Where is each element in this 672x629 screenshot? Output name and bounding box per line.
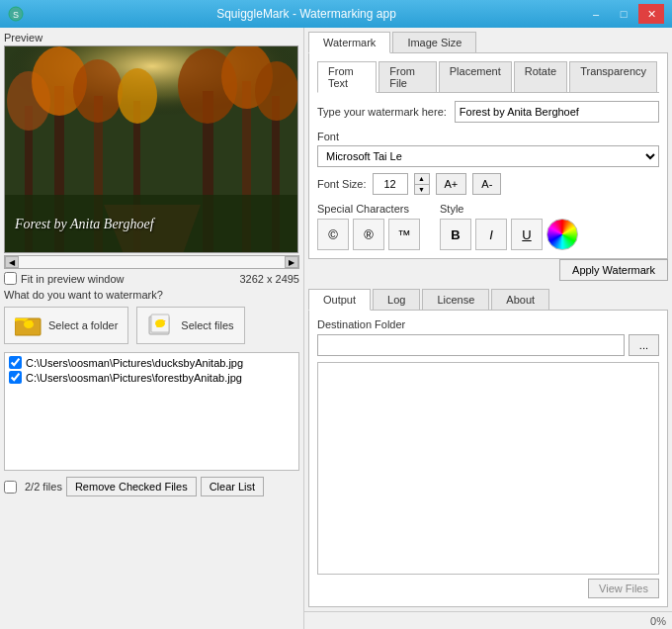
select-folder-label: Select a folder [48,319,118,331]
files-count: 2/2 files [25,481,62,493]
scroll-right-arrow[interactable]: ▶ [285,256,298,268]
font-size-label: Font Size: [317,178,367,190]
font-size-row: Font Size: ▲ ▼ A+ A- [317,173,659,195]
svg-point-17 [255,61,298,121]
svg-point-13 [73,59,123,123]
font-label: Font [317,131,659,142]
view-files-button[interactable]: View Files [588,579,659,598]
font-select[interactable]: Microsoft Tai Le Arial Times New Roman G… [317,145,659,167]
tab-image-size[interactable]: Image Size [392,32,476,52]
svg-point-29 [156,325,160,327]
maximize-button[interactable]: □ [611,4,636,24]
inner-tab-transparency[interactable]: Transparency [569,61,657,92]
right-panel-wrapper: Watermark Image Size From Text From File… [304,28,672,629]
svg-point-27 [160,319,164,323]
status-bar: 0% [304,611,672,629]
special-chars-label: Special Characters [317,203,420,215]
watermark-tab-content: From Text From File Placement Rotate Tra… [308,53,668,259]
font-size-input[interactable] [373,173,408,195]
watermark-input-label: Type your watermark here: [317,106,447,118]
preview-area: Forest by Anita Berghoef [4,45,298,253]
special-style-row: Special Characters © ® ™ Style B I U [317,203,659,250]
select-all-checkbox[interactable] [4,481,17,494]
top-tab-bar: Watermark Image Size [308,32,668,53]
output-content: Destination Folder ... View Files [308,311,668,607]
bottom-tab-bar: Output Log License About [308,289,668,311]
fit-row: Fit in preview window 3262 x 2495 [4,272,299,285]
folder-icon [15,314,42,337]
font-decrease-button[interactable]: A- [472,173,501,195]
close-button[interactable]: ✕ [638,4,664,24]
font-size-up[interactable]: ▲ [415,174,429,185]
bold-button[interactable]: B [440,219,471,250]
font-size-down[interactable]: ▼ [415,185,429,195]
minimize-button[interactable]: – [583,4,609,24]
svg-point-22 [29,320,33,324]
preview-watermark: Forest by Anita Berghoef [15,217,154,232]
bottom-tab-license[interactable]: License [422,289,489,310]
color-picker-button[interactable] [546,219,578,250]
output-log-area [317,362,659,575]
dest-folder-label: Destination Folder [317,318,659,330]
inner-tab-rotate[interactable]: Rotate [514,61,567,92]
file-path-1: C:\Users\oosman\Pictures\ducksbyAnitab.j… [26,357,243,369]
select-folder-button[interactable]: Select a folder [4,307,128,344]
apply-row: Apply Watermark [308,259,668,285]
special-chars-section: Special Characters © ® ™ [317,203,420,250]
registered-button[interactable]: ® [353,219,384,250]
left-panel: Preview [0,28,304,629]
underline-button[interactable]: U [511,219,543,250]
special-chars-buttons: © ® ™ [317,219,420,250]
clear-list-button[interactable]: Clear List [201,477,264,496]
files-icon [147,314,175,337]
font-increase-button[interactable]: A+ [436,173,467,195]
remove-checked-button[interactable]: Remove Checked Files [66,477,197,496]
watermark-text-input[interactable] [455,101,659,123]
fit-checkbox[interactable] [4,272,17,285]
tab-watermark[interactable]: Watermark [308,32,390,53]
inner-tab-from-file[interactable]: From File [378,61,436,92]
font-size-spinner: ▲ ▼ [414,173,430,195]
file-item: C:\Users\oosman\Pictures\ducksbyAnitab.j… [7,355,296,370]
browse-button[interactable]: ... [629,334,659,356]
select-buttons: Select a folder Select files [4,307,299,344]
inner-tab-from-text[interactable]: From Text [317,61,377,93]
style-section: Style B I U [440,203,578,250]
bottom-bar: 2/2 files Remove Checked Files Clear Lis… [4,477,299,496]
window-controls: – □ ✕ [583,4,664,24]
scroll-left-arrow[interactable]: ◀ [5,256,19,268]
italic-button[interactable]: I [475,219,507,250]
watermark-input-row: Type your watermark here: [317,101,659,123]
file-item: C:\Users\oosman\Pictures\forestbyAnitab.… [7,370,296,385]
title-bar: S SquiggleMark - Watermarking app – □ ✕ [0,0,672,28]
style-buttons: B I U [440,219,578,250]
status-percent: 0% [650,615,666,627]
bottom-tab-about[interactable]: About [491,289,549,310]
right-panel: Watermark Image Size From Text From File… [304,28,672,611]
select-files-label: Select files [181,319,233,331]
inner-tab-placement[interactable]: Placement [439,61,512,92]
watermark-question: What do you want to watermark? [4,289,299,301]
bottom-tab-output[interactable]: Output [308,289,371,311]
dest-folder-input[interactable] [317,334,625,356]
select-files-button[interactable]: Select files [136,307,244,344]
fit-label: Fit in preview window [21,273,125,285]
preview-label: Preview [4,32,299,44]
bottom-tab-log[interactable]: Log [373,289,420,310]
style-label: Style [440,203,578,215]
file-checkbox-2[interactable] [9,371,22,384]
preview-scrollbar[interactable]: ◀ ▶ [4,255,299,269]
file-path-2: C:\Users\oosman\Pictures\forestbyAnitab.… [26,372,242,384]
app-icon: S [8,6,24,22]
svg-text:S: S [13,10,19,20]
trademark-button[interactable]: ™ [388,219,420,250]
image-size: 3262 x 2495 [239,273,299,285]
inner-tab-bar: From Text From File Placement Rotate Tra… [317,61,659,93]
app-title: SquiggleMark - Watermarking app [30,7,583,21]
apply-watermark-button[interactable]: Apply Watermark [559,259,668,281]
file-checkbox-1[interactable] [9,356,22,369]
copyright-button[interactable]: © [317,219,349,250]
scroll-track [19,256,285,268]
view-files-row: View Files [317,579,659,598]
dest-folder-row: ... [317,334,659,356]
